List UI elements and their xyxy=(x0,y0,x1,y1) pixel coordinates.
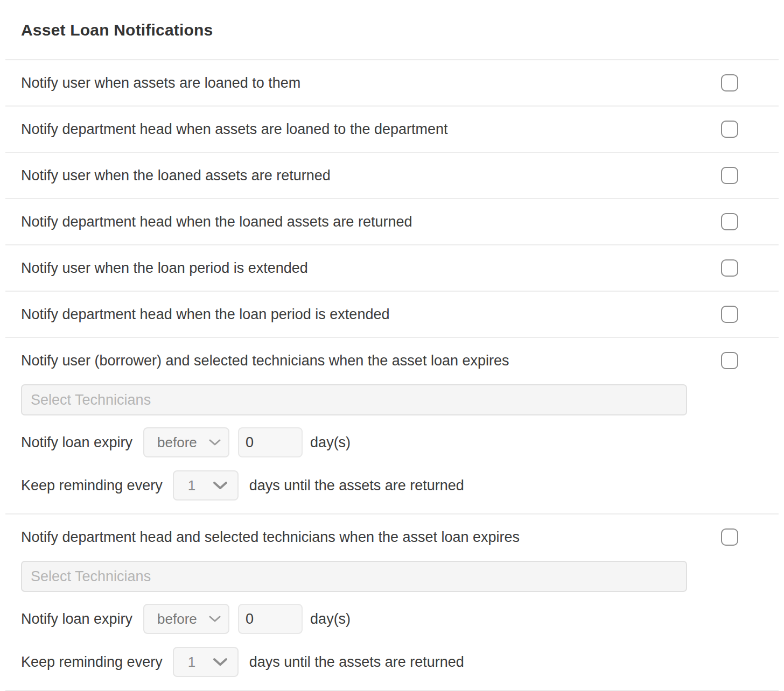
remind-interval-value: 1 xyxy=(188,654,195,671)
row-label: Notify user when the loan period is exte… xyxy=(21,260,308,277)
select-technicians-input[interactable] xyxy=(21,561,687,592)
row-label: Notify department head when the loaned a… xyxy=(21,214,412,230)
chevron-down-icon xyxy=(209,615,221,623)
row-label: Notify user when the loaned assets are r… xyxy=(21,167,331,184)
expiry-when-dropdown[interactable]: before xyxy=(143,427,229,457)
page-title: Asset Loan Notifications xyxy=(21,22,784,39)
row-label: Notify department head and selected tech… xyxy=(21,527,520,547)
remind-interval-dropdown[interactable]: 1 xyxy=(173,647,239,677)
checkbox-notify-dept-head-extended[interactable] xyxy=(721,306,738,323)
checkbox-notify-dept-head-loan-expires[interactable] xyxy=(721,528,738,546)
remind-interval-value: 1 xyxy=(188,477,195,494)
keep-reminding-row: Keep reminding every 1 days until the as… xyxy=(21,647,738,677)
row-notify-user-loaned: Notify user when assets are loaned to th… xyxy=(5,60,779,107)
checkbox-notify-user-loan-expires[interactable] xyxy=(721,352,738,369)
row-label: Notify department head when the loan per… xyxy=(21,306,389,323)
row-notify-user-returned: Notify user when the loaned assets are r… xyxy=(5,153,779,199)
row-label: Notify department head when assets are l… xyxy=(21,121,448,138)
expiry-days-input[interactable] xyxy=(238,427,303,457)
notification-settings-list: Notify user when assets are loaned to th… xyxy=(5,59,779,691)
checkbox-notify-dept-head-returned[interactable] xyxy=(721,213,738,230)
expiry-when-dropdown[interactable]: before xyxy=(143,604,229,634)
remind-suffix-label: days until the assets are returned xyxy=(249,477,464,494)
keep-reminding-label: Keep reminding every xyxy=(21,477,163,494)
loan-expiry-label: Notify loan expiry xyxy=(21,611,132,627)
page-header: Asset Loan Notifications xyxy=(0,0,784,59)
section-header: Notify user (borrower) and selected tech… xyxy=(21,351,738,370)
section-notify-dept-head-loan-expires: Notify department head and selected tech… xyxy=(5,514,779,691)
section-header: Notify department head and selected tech… xyxy=(21,527,738,547)
chevron-down-icon xyxy=(213,658,228,667)
expiry-when-value: before xyxy=(157,611,197,627)
expiry-days-input[interactable] xyxy=(238,604,303,634)
loan-expiry-label: Notify loan expiry xyxy=(21,434,132,451)
days-suffix-label: day(s) xyxy=(310,434,351,451)
row-notify-dept-head-loaned: Notify department head when assets are l… xyxy=(5,107,779,153)
keep-reminding-label: Keep reminding every xyxy=(21,654,163,671)
row-label: Notify user (borrower) and selected tech… xyxy=(21,351,509,370)
checkbox-notify-dept-head-loaned[interactable] xyxy=(721,121,738,138)
row-label: Notify user when assets are loaned to th… xyxy=(21,75,300,91)
chevron-down-icon xyxy=(213,481,228,490)
remind-suffix-label: days until the assets are returned xyxy=(249,654,464,671)
loan-expiry-row: Notify loan expiry before day(s) xyxy=(21,427,738,457)
checkbox-notify-user-extended[interactable] xyxy=(721,259,738,277)
keep-reminding-row: Keep reminding every 1 days until the as… xyxy=(21,470,738,500)
remind-interval-dropdown[interactable]: 1 xyxy=(173,470,239,500)
expiry-when-value: before xyxy=(157,434,197,451)
checkbox-notify-user-loaned[interactable] xyxy=(721,74,738,91)
chevron-down-icon xyxy=(209,439,221,446)
loan-expiry-row: Notify loan expiry before day(s) xyxy=(21,604,738,634)
section-notify-user-loan-expires: Notify user (borrower) and selected tech… xyxy=(5,338,779,514)
row-notify-dept-head-extended: Notify department head when the loan per… xyxy=(5,292,779,338)
row-notify-user-extended: Notify user when the loan period is exte… xyxy=(5,245,779,292)
select-technicians-input[interactable] xyxy=(21,384,687,415)
days-suffix-label: day(s) xyxy=(310,611,351,627)
row-notify-dept-head-returned: Notify department head when the loaned a… xyxy=(5,199,779,245)
checkbox-notify-user-returned[interactable] xyxy=(721,167,738,184)
asset-loan-notifications-page: Asset Loan Notifications Notify user whe… xyxy=(0,0,784,691)
